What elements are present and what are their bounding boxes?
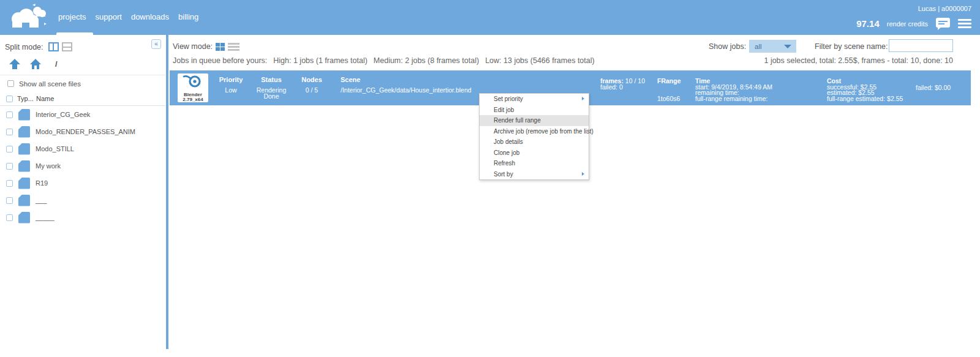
renderer-badge: Blender 2.79_x64 — [178, 73, 208, 102]
cost-failed: failed: $0.00 — [916, 84, 951, 91]
folder-icon — [18, 126, 30, 138]
view-mode-label: View mode: — [173, 42, 213, 51]
list-item[interactable]: Modo_STILL — [0, 140, 165, 157]
show-jobs-value: all — [755, 43, 762, 50]
menu-item-job-details[interactable]: Job details — [480, 137, 589, 148]
priority-header: Priority — [213, 70, 249, 83]
frange-block: FRange 1to60s6 — [657, 78, 681, 102]
item-checkbox[interactable] — [6, 146, 13, 152]
show-jobs-dropdown[interactable]: all — [749, 40, 796, 53]
nav-projects[interactable]: projects — [58, 12, 86, 21]
filter-scene-input[interactable] — [889, 39, 953, 52]
item-checkbox[interactable] — [6, 129, 13, 135]
nav-downloads[interactable]: downloads — [131, 12, 169, 21]
folder-name: R19 — [36, 179, 48, 187]
folder-icon — [18, 160, 30, 172]
item-checkbox[interactable] — [6, 197, 13, 204]
menu-item-edit-job[interactable]: Edit job — [480, 105, 589, 116]
scene-header: Scene — [341, 70, 472, 83]
item-checkbox[interactable] — [6, 163, 13, 170]
item-checkbox[interactable] — [6, 111, 13, 118]
folder-name: Modo_STILL — [36, 145, 74, 152]
user-account-label: Lucas | a0000007 — [918, 5, 971, 12]
home-icon[interactable] — [29, 58, 42, 70]
scene-list-header: Typ... Name — [0, 92, 165, 106]
list-item[interactable]: R19 — [0, 175, 165, 192]
credits-value: 97.14 — [856, 18, 880, 29]
submenu-arrow-icon — [582, 172, 584, 176]
folder-icon — [18, 143, 30, 155]
scene-folder-list: Interior_CG_Geek Modo_RENDER_PASSES_ANIM… — [0, 106, 165, 226]
show-all-checkbox[interactable] — [7, 80, 14, 87]
folder-icon — [18, 212, 30, 224]
cloud-logo-icon[interactable] — [7, 3, 48, 32]
status-value: Rendering Done — [254, 83, 289, 99]
scene-path: /Interior_CG_Geek/data/House_intertior.b… — [341, 83, 472, 93]
priority-value: Low — [213, 83, 249, 93]
jobs-panel: View mode: Jobs in queue before yours:Hi… — [168, 35, 980, 357]
folder-icon — [18, 109, 30, 121]
menu-item-set-priority[interactable]: Set priority — [480, 94, 589, 105]
list-item[interactable]: ___ — [0, 192, 165, 209]
folder-name: ___ — [36, 197, 47, 204]
menu-item-clone-job[interactable]: Clone job — [480, 148, 589, 159]
list-item[interactable]: Interior_CG_Geek — [0, 106, 165, 123]
folder-name: _____ — [36, 214, 55, 221]
cost-block: Cost successful: $2.55 estimated: $2.55 … — [827, 78, 903, 102]
renderer-version: 2.79_x64 — [178, 97, 208, 102]
time-block: Time start: 9/4/2019, 8:54:49 AM remaini… — [695, 78, 772, 102]
selection-summary: 1 jobs selected, total: 2.55$, frames - … — [764, 56, 953, 65]
menu-item-refresh[interactable]: Refresh — [480, 158, 589, 169]
folder-icon — [18, 195, 30, 206]
view-list-icon[interactable] — [228, 43, 239, 51]
list-item[interactable]: Modo_RENDER_PASSES_ANIM — [0, 123, 165, 140]
folder-name: Interior_CG_Geek — [36, 111, 90, 118]
nodes-header: Nodes — [296, 70, 327, 83]
menu-item-render-full-range[interactable]: Render full range — [480, 115, 589, 126]
filter-label: Filter by scene name: — [815, 42, 888, 51]
split-vertical-icon[interactable] — [48, 42, 59, 51]
menu-hamburger-icon[interactable] — [958, 19, 971, 28]
show-jobs-label: Show jobs: — [709, 42, 746, 51]
item-checkbox[interactable] — [6, 180, 13, 187]
show-all-scene-files-row: Show all scene files — [0, 75, 165, 92]
main-nav: projects support downloads billing — [58, 12, 198, 21]
column-type-header[interactable]: Typ... — [17, 95, 32, 102]
submenu-arrow-icon — [582, 97, 584, 100]
column-name-header[interactable]: Name — [36, 95, 54, 102]
sidebar-collapse-button[interactable]: « — [151, 39, 161, 49]
list-item[interactable]: _____ — [0, 209, 165, 226]
chat-icon[interactable] — [935, 17, 951, 30]
folder-name: Modo_RENDER_PASSES_ANIM — [36, 128, 135, 135]
job-context-menu: Set priority Edit job Render full range … — [479, 93, 589, 180]
menu-item-sort-by[interactable]: Sort by — [480, 169, 589, 180]
split-horizontal-icon[interactable] — [62, 42, 72, 51]
top-bar: projects support downloads billing Lucas… — [0, 0, 980, 35]
scene-sidebar: « Split mode: / Show all scene files Typ… — [0, 35, 165, 349]
current-path: / — [55, 59, 58, 69]
nav-support[interactable]: support — [96, 12, 122, 21]
item-checkbox[interactable] — [6, 214, 13, 221]
chevron-down-icon — [784, 45, 791, 48]
view-grid-icon[interactable] — [216, 43, 225, 51]
nav-billing[interactable]: billing — [178, 12, 198, 21]
status-header: Status — [254, 70, 289, 83]
up-arrow-icon[interactable] — [9, 58, 21, 70]
folder-name: My work — [36, 162, 61, 170]
split-mode-label: Split mode: — [5, 43, 43, 51]
menu-item-archive-job[interactable]: Archive job (remove job from the list) — [480, 126, 589, 137]
select-all-checkbox[interactable] — [6, 96, 13, 102]
blender-icon — [183, 73, 203, 89]
frames-block: frames: 10 / 10 failed: 0 — [600, 78, 645, 90]
list-item[interactable]: My work — [0, 157, 165, 175]
nodes-value: 0 / 5 — [296, 83, 327, 93]
show-all-label: Show all scene files — [19, 80, 81, 88]
credits-label: render credits — [887, 20, 928, 28]
queue-info: Jobs in queue before yours:High: 1 jobs … — [173, 56, 601, 65]
folder-icon — [18, 178, 30, 189]
